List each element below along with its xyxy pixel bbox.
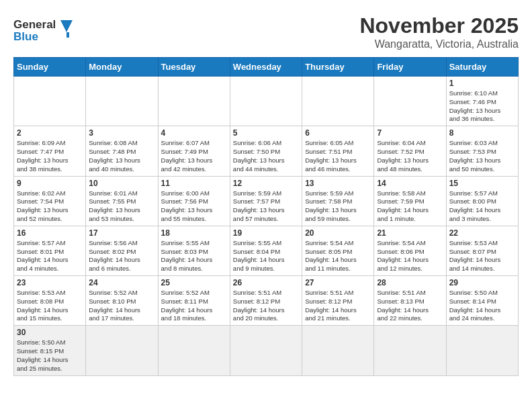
weekday-header-saturday: Saturday <box>446 58 518 77</box>
calendar-cell: 17Sunrise: 5:56 AM Sunset: 8:02 PM Dayli… <box>86 226 158 275</box>
calendar-cell: 18Sunrise: 5:55 AM Sunset: 8:03 PM Dayli… <box>158 226 230 275</box>
calendar-cell <box>86 326 158 375</box>
day-number: 11 <box>161 179 227 188</box>
calendar-cell: 29Sunrise: 5:50 AM Sunset: 8:14 PM Dayli… <box>446 276 518 326</box>
calendar-cell: 23Sunrise: 5:53 AM Sunset: 8:08 PM Dayli… <box>14 276 86 326</box>
day-info: Sunrise: 5:51 AM Sunset: 8:12 PM Dayligh… <box>305 289 371 323</box>
day-number: 14 <box>377 179 443 188</box>
weekday-header-thursday: Thursday <box>302 58 374 77</box>
svg-rect-3 <box>66 32 69 38</box>
day-info: Sunrise: 6:06 AM Sunset: 7:50 PM Dayligh… <box>233 139 299 173</box>
day-info: Sunrise: 5:58 AM Sunset: 7:59 PM Dayligh… <box>377 189 443 224</box>
calendar-cell: 14Sunrise: 5:58 AM Sunset: 7:59 PM Dayli… <box>374 176 446 226</box>
day-info: Sunrise: 5:59 AM Sunset: 7:58 PM Dayligh… <box>305 189 371 224</box>
day-info: Sunrise: 5:50 AM Sunset: 8:14 PM Dayligh… <box>449 289 515 323</box>
calendar-cell: 3Sunrise: 6:08 AM Sunset: 7:48 PM Daylig… <box>86 126 158 176</box>
day-number: 4 <box>161 128 227 138</box>
calendar-cell <box>14 77 86 126</box>
day-number: 19 <box>233 228 299 238</box>
day-number: 10 <box>89 179 154 188</box>
day-info: Sunrise: 6:05 AM Sunset: 7:51 PM Dayligh… <box>305 139 371 173</box>
day-info: Sunrise: 6:04 AM Sunset: 7:52 PM Dayligh… <box>377 139 443 173</box>
day-info: Sunrise: 6:00 AM Sunset: 7:56 PM Dayligh… <box>161 189 227 224</box>
day-info: Sunrise: 6:10 AM Sunset: 7:46 PM Dayligh… <box>449 89 515 124</box>
day-number: 18 <box>161 228 227 238</box>
calendar-cell: 12Sunrise: 5:59 AM Sunset: 7:57 PM Dayli… <box>230 176 302 226</box>
day-number: 2 <box>17 128 83 138</box>
location-title: Wangaratta, Victoria, Australia <box>359 38 519 50</box>
day-info: Sunrise: 5:59 AM Sunset: 7:57 PM Dayligh… <box>233 189 299 224</box>
logo: General Blue <box>13 13 81 47</box>
calendar-cell: 2Sunrise: 6:09 AM Sunset: 7:47 PM Daylig… <box>14 126 86 176</box>
day-info: Sunrise: 5:57 AM Sunset: 8:01 PM Dayligh… <box>17 239 83 273</box>
calendar-cell: 21Sunrise: 5:54 AM Sunset: 8:06 PM Dayli… <box>374 226 446 275</box>
weekday-header-sunday: Sunday <box>14 58 86 77</box>
calendar-cell: 24Sunrise: 5:52 AM Sunset: 8:10 PM Dayli… <box>86 276 158 326</box>
day-number: 5 <box>233 128 299 138</box>
weekday-header-tuesday: Tuesday <box>158 58 230 77</box>
calendar-cell <box>302 77 374 126</box>
day-info: Sunrise: 5:53 AM Sunset: 8:07 PM Dayligh… <box>449 239 515 273</box>
calendar-cell: 7Sunrise: 6:04 AM Sunset: 7:52 PM Daylig… <box>374 126 446 176</box>
day-info: Sunrise: 6:03 AM Sunset: 7:53 PM Dayligh… <box>449 139 515 173</box>
day-number: 13 <box>305 179 371 188</box>
calendar-cell: 25Sunrise: 5:52 AM Sunset: 8:11 PM Dayli… <box>158 276 230 326</box>
week-row-3: 16Sunrise: 5:57 AM Sunset: 8:01 PM Dayli… <box>14 226 519 275</box>
week-row-4: 23Sunrise: 5:53 AM Sunset: 8:08 PM Dayli… <box>14 276 519 326</box>
calendar-cell: 4Sunrise: 6:07 AM Sunset: 7:49 PM Daylig… <box>158 126 230 176</box>
calendar-cell <box>302 326 374 375</box>
day-info: Sunrise: 6:07 AM Sunset: 7:49 PM Dayligh… <box>161 139 227 173</box>
day-info: Sunrise: 5:56 AM Sunset: 8:02 PM Dayligh… <box>89 239 154 273</box>
day-info: Sunrise: 5:57 AM Sunset: 8:00 PM Dayligh… <box>449 189 515 224</box>
weekday-header-row: SundayMondayTuesdayWednesdayThursdayFrid… <box>14 58 519 77</box>
day-number: 28 <box>377 278 443 287</box>
weekday-header-wednesday: Wednesday <box>230 58 302 77</box>
svg-text:General: General <box>13 18 56 31</box>
calendar-body: 1Sunrise: 6:10 AM Sunset: 7:46 PM Daylig… <box>14 77 519 376</box>
calendar-cell: 6Sunrise: 6:05 AM Sunset: 7:51 PM Daylig… <box>302 126 374 176</box>
calendar-cell <box>374 326 446 375</box>
calendar-cell: 15Sunrise: 5:57 AM Sunset: 8:00 PM Dayli… <box>446 176 518 226</box>
day-info: Sunrise: 6:02 AM Sunset: 7:54 PM Dayligh… <box>17 189 83 224</box>
calendar-cell: 8Sunrise: 6:03 AM Sunset: 7:53 PM Daylig… <box>446 126 518 176</box>
calendar-cell <box>230 326 302 375</box>
day-number: 16 <box>17 228 83 238</box>
day-number: 9 <box>17 179 83 188</box>
header: General Blue November 2025 Wangaratta, V… <box>13 13 519 50</box>
day-info: Sunrise: 5:52 AM Sunset: 8:10 PM Dayligh… <box>89 289 154 323</box>
day-number: 1 <box>449 79 515 88</box>
day-number: 25 <box>161 278 227 287</box>
calendar-cell: 22Sunrise: 5:53 AM Sunset: 8:07 PM Dayli… <box>446 226 518 275</box>
calendar-cell <box>446 326 518 375</box>
day-info: Sunrise: 5:55 AM Sunset: 8:03 PM Dayligh… <box>161 239 227 273</box>
calendar-cell: 10Sunrise: 6:01 AM Sunset: 7:55 PM Dayli… <box>86 176 158 226</box>
calendar-cell <box>374 77 446 126</box>
day-number: 24 <box>89 278 154 287</box>
day-info: Sunrise: 5:54 AM Sunset: 8:05 PM Dayligh… <box>305 239 371 273</box>
day-number: 6 <box>305 128 371 138</box>
calendar-cell <box>86 77 158 126</box>
day-info: Sunrise: 5:50 AM Sunset: 8:15 PM Dayligh… <box>17 338 83 373</box>
calendar-cell: 5Sunrise: 6:06 AM Sunset: 7:50 PM Daylig… <box>230 126 302 176</box>
day-info: Sunrise: 5:54 AM Sunset: 8:06 PM Dayligh… <box>377 239 443 273</box>
day-number: 8 <box>449 128 515 138</box>
title-area: November 2025 Wangaratta, Victoria, Aust… <box>359 13 519 50</box>
weekday-header-monday: Monday <box>86 58 158 77</box>
calendar-cell: 19Sunrise: 5:55 AM Sunset: 8:04 PM Dayli… <box>230 226 302 275</box>
day-info: Sunrise: 5:55 AM Sunset: 8:04 PM Dayligh… <box>233 239 299 273</box>
week-row-2: 9Sunrise: 6:02 AM Sunset: 7:54 PM Daylig… <box>14 176 519 226</box>
week-row-0: 1Sunrise: 6:10 AM Sunset: 7:46 PM Daylig… <box>14 77 519 126</box>
day-number: 7 <box>377 128 443 138</box>
day-info: Sunrise: 5:52 AM Sunset: 8:11 PM Dayligh… <box>161 289 227 323</box>
day-number: 12 <box>233 179 299 188</box>
calendar-cell: 9Sunrise: 6:02 AM Sunset: 7:54 PM Daylig… <box>14 176 86 226</box>
calendar-cell: 1Sunrise: 6:10 AM Sunset: 7:46 PM Daylig… <box>446 77 518 126</box>
calendar-cell: 20Sunrise: 5:54 AM Sunset: 8:05 PM Dayli… <box>302 226 374 275</box>
day-info: Sunrise: 6:01 AM Sunset: 7:55 PM Dayligh… <box>89 189 154 224</box>
day-info: Sunrise: 6:08 AM Sunset: 7:48 PM Dayligh… <box>89 139 154 173</box>
calendar-cell: 28Sunrise: 5:51 AM Sunset: 8:13 PM Dayli… <box>374 276 446 326</box>
general-blue-logo: General Blue <box>13 13 81 47</box>
calendar-cell: 26Sunrise: 5:51 AM Sunset: 8:12 PM Dayli… <box>230 276 302 326</box>
day-number: 29 <box>449 278 515 287</box>
day-number: 30 <box>17 328 83 337</box>
